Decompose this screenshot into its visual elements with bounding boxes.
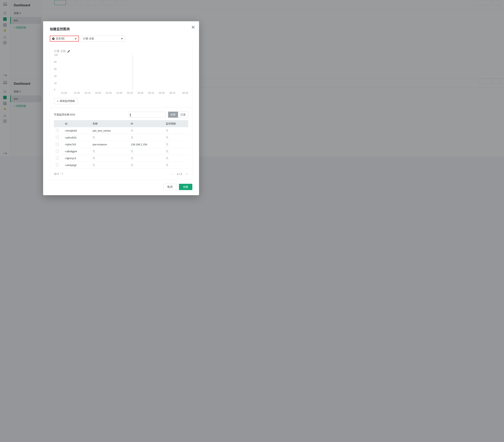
plus-icon: + [57,100,58,102]
xt2: 02:15 [82,92,93,94]
col-id: ID [63,120,90,127]
create-button[interactable]: 创建 [179,184,192,190]
cancel-button[interactable]: 取消 [163,184,177,190]
divider [50,108,192,108]
cell-id: i-khrq9ck6 [63,127,90,134]
ytick-80: 80 [54,61,56,63]
col-check [54,120,63,127]
xt5: 03:30 [114,92,125,94]
cell-metric: 无 [164,162,188,169]
add-metric-label: 添加监控指标 [60,99,75,103]
table-row[interactable]: i-wtzkpkgf无无无 [54,162,188,169]
xt11: 06:45 [178,92,188,94]
instances-label-text: 可选监控实例 [54,113,70,116]
instances-table: ID 名称 IP 监控指标 i-khrq9ck6ywl_test_centos无… [54,120,188,169]
table-footer: 合计：7 ← 1 / 2 → [54,172,188,176]
cell-id: i-wtzkpkgf [63,162,90,169]
xt7: 04:45 [135,92,146,94]
location-pin-icon [52,37,54,40]
search-icon [130,113,131,116]
chart-area: 100 80 60 40 20 0 01:00 01:45 02:15 03:0… [54,55,188,94]
chart-panel: 计算-主机 100 80 60 40 20 0 01:00 01:45 02:1… [50,45,192,180]
cell-ip: 无 [129,155,164,162]
col-metric: 监控指标 [164,120,188,127]
filter-selected-button[interactable]: 已选 [178,112,188,118]
resource-type-select[interactable]: 计算-主机 [81,36,125,41]
close-icon[interactable] [191,25,195,29]
cell-name: 无 [90,155,129,162]
table-row[interactable]: i-fghvryc3无无无 [54,155,188,162]
xt0: 01:00 [61,92,72,94]
col-name: 名称 [90,120,129,127]
ytick-40: 40 [54,75,56,78]
region-select[interactable]: 北京3区 [50,36,79,41]
create-chart-modal: 创建监控图表 北京3区 计算-主机 计算-主机 100 80 60 40 20 … [43,21,199,195]
cell-id: i-a8u8gprk [63,148,90,155]
row-checkbox[interactable] [56,164,59,166]
cell-metric: 无 [164,148,188,155]
filter-segmented: 全部 已选 [168,111,188,118]
page-indicator: 1 / 2 [177,173,182,176]
table-row[interactable]: i-pihro92d无无无 [54,134,188,141]
cell-metric: 无 [164,127,188,134]
instances-header: 可选监控实例 0/10 全部 已选 [54,111,188,118]
ytick-20: 20 [54,82,56,85]
instances-count: 0/10 [70,113,75,116]
cell-metric: 无 [164,155,188,162]
region-value: 北京3区 [56,37,65,40]
selector-row: 北京3区 计算-主机 [50,36,192,41]
total-label: 合计：7 [54,172,63,176]
search-input-wrap[interactable] [128,112,165,118]
row-checkbox[interactable] [56,143,59,146]
modal-actions: 取消 创建 [50,184,192,190]
ytick-0: 0 [54,88,55,91]
xt4: 03:30 [103,92,114,94]
ytick-60: 60 [54,68,56,71]
pager: ← 1 / 2 → [171,172,188,176]
xt10: 06:15 [167,92,178,94]
resource-type-value: 计算-主机 [83,37,94,40]
instances-label: 可选监控实例 0/10 [54,113,75,116]
xt8: 05:15 [146,92,157,94]
cell-ip: 无 [129,148,164,155]
cell-ip: 无 [129,162,164,169]
cell-ip: 无 [129,134,164,141]
xt1: 01:45 [72,92,82,94]
ytick-100: 100 [54,54,58,56]
add-metric-button[interactable]: + 添加监控指标 [54,98,78,104]
row-checkbox[interactable] [56,150,59,152]
xt3: 03:00 [93,92,103,94]
filter-all-button[interactable]: 全部 [168,112,178,118]
cell-name: 无 [90,134,129,141]
edit-title-icon[interactable] [68,50,70,53]
row-checkbox[interactable] [56,136,59,139]
col-ip: IP [129,120,164,127]
row-checkbox[interactable] [56,129,59,132]
cell-name: tyw-instance [90,141,129,148]
chart-title: 计算-主机 [54,49,66,53]
table-row[interactable]: i-kjfrw7d3tyw-instance139.198.2.158无 [54,141,188,148]
cell-id: i-fghvryc3 [63,155,90,162]
table-row[interactable]: i-a8u8gprk无无无 [54,148,188,155]
page-next-icon[interactable]: → [185,172,188,176]
cell-id: i-pihro92d [63,134,90,141]
cell-name: 无 [90,162,129,169]
chart-cursor-line [133,55,133,90]
cell-ip: 无 [129,127,164,134]
table-row[interactable]: i-khrq9ck6ywl_test_centos无无 [54,127,188,134]
xt9: 05:45 [156,92,167,94]
search-input[interactable] [132,113,165,116]
xt6: 04:15 [125,92,135,94]
row-checkbox[interactable] [56,157,59,159]
modal-title: 创建监控图表 [50,27,192,31]
page-prev-icon[interactable]: ← [171,172,174,176]
cell-metric: 无 [164,134,188,141]
cell-id: i-kjfrw7d3 [63,141,90,148]
cell-metric: 无 [164,141,188,148]
cell-name: ywl_test_centos [90,127,129,134]
cell-name: 无 [90,148,129,155]
xticks: 01:00 01:45 02:15 03:00 03:30 03:30 04:1… [61,92,188,94]
cell-ip: 139.198.2.158 [129,141,164,148]
